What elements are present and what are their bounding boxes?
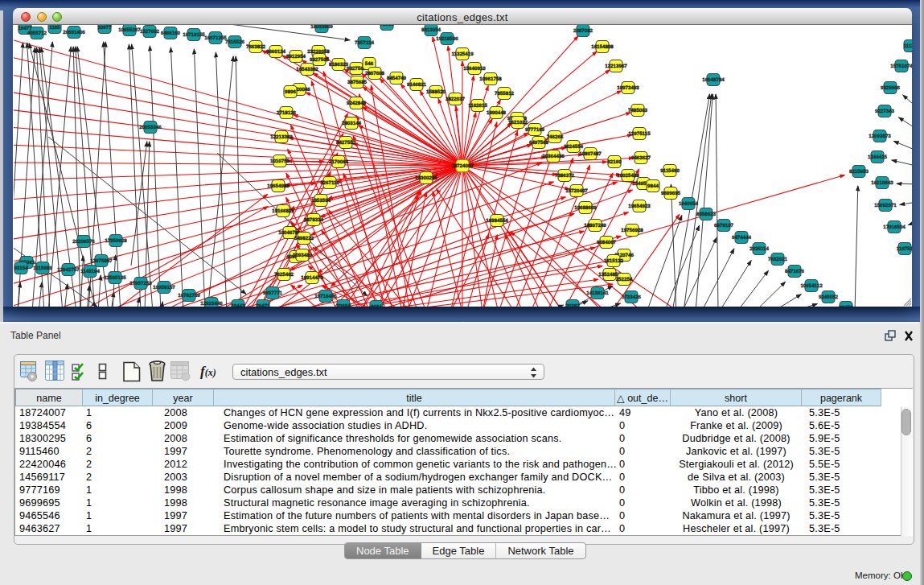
svg-text:16543362: 16543362 bbox=[296, 67, 318, 72]
svg-text:15692971: 15692971 bbox=[874, 203, 897, 208]
svg-text:3624554: 3624554 bbox=[564, 144, 584, 150]
svg-text:13975887: 13975887 bbox=[90, 258, 113, 264]
svg-text:1733426: 1733426 bbox=[622, 295, 642, 300]
svg-text:18724007: 18724007 bbox=[451, 163, 474, 169]
svg-text:6879197: 6879197 bbox=[714, 223, 734, 229]
svg-text:9474444: 9474444 bbox=[732, 235, 752, 241]
svg-text:1093489: 1093489 bbox=[293, 253, 313, 258]
svg-text:8878334: 8878334 bbox=[304, 217, 324, 223]
svg-text:1990448: 1990448 bbox=[487, 110, 507, 116]
svg-text:11325419: 11325419 bbox=[451, 51, 474, 57]
svg-text:10961758: 10961758 bbox=[479, 76, 502, 82]
svg-text:8912954: 8912954 bbox=[286, 54, 306, 60]
svg-text:9896: 9896 bbox=[285, 89, 296, 95]
svg-text:8186323: 8186323 bbox=[329, 62, 349, 68]
svg-text:16914479: 16914479 bbox=[301, 275, 323, 281]
svg-text:10807487: 10807487 bbox=[579, 151, 602, 157]
svg-text:10654112: 10654112 bbox=[800, 283, 823, 289]
svg-text:1115689: 1115689 bbox=[33, 266, 52, 271]
svg-text:20053346: 20053346 bbox=[139, 125, 162, 130]
svg-text:7955812: 7955812 bbox=[495, 91, 515, 97]
svg-text:7632621: 7632621 bbox=[768, 257, 788, 262]
svg-text:3822037: 3822037 bbox=[446, 97, 466, 102]
svg-text:12213369: 12213369 bbox=[270, 134, 293, 140]
svg-text:9327503: 9327503 bbox=[310, 57, 330, 63]
svg-text:2867608: 2867608 bbox=[365, 71, 385, 76]
svg-text:11124: 11124 bbox=[904, 43, 912, 49]
svg-text:12923446: 12923446 bbox=[200, 301, 223, 307]
svg-text:9146821: 9146821 bbox=[407, 82, 427, 88]
svg-text:1165: 1165 bbox=[49, 25, 60, 31]
svg-text:9657771: 9657771 bbox=[263, 290, 283, 296]
svg-text:3875685: 3875685 bbox=[347, 80, 368, 85]
svg-text:12505135: 12505135 bbox=[104, 275, 126, 281]
svg-text:18300295: 18300295 bbox=[415, 175, 437, 181]
svg-text:10958107: 10958107 bbox=[153, 285, 175, 290]
svg-text:2170064: 2170064 bbox=[329, 159, 349, 165]
svg-text:14136141: 14136141 bbox=[586, 290, 609, 296]
svg-text:17957253: 17957253 bbox=[129, 281, 152, 286]
svg-text:9084067: 9084067 bbox=[597, 240, 617, 245]
svg-text:2718126: 2718126 bbox=[277, 110, 297, 116]
svg-text:12213967: 12213967 bbox=[605, 64, 627, 69]
svg-text:26471: 26471 bbox=[256, 303, 270, 307]
svg-text:19756928: 19756928 bbox=[621, 228, 643, 233]
svg-text:9245052: 9245052 bbox=[819, 295, 839, 300]
svg-text:16154808: 16154808 bbox=[591, 44, 614, 50]
svg-text:16671355: 16671355 bbox=[204, 35, 227, 41]
svg-text:3267110: 3267110 bbox=[320, 180, 339, 186]
svg-text:12975115: 12975115 bbox=[628, 131, 651, 137]
svg-text:15640910: 15640910 bbox=[463, 66, 486, 72]
svg-text:9242848: 9242848 bbox=[347, 101, 367, 106]
svg-text:18807249: 18807249 bbox=[584, 223, 606, 229]
svg-text:19218596: 19218596 bbox=[436, 36, 458, 42]
svg-text:73516: 73516 bbox=[380, 25, 394, 27]
svg-text:92450: 92450 bbox=[839, 305, 853, 307]
svg-text:16210643: 16210643 bbox=[871, 180, 893, 186]
svg-text:1615132: 1615132 bbox=[604, 258, 624, 264]
svg-text:1640954: 1640954 bbox=[679, 201, 699, 207]
svg-text:20206576: 20206576 bbox=[72, 239, 95, 245]
svg-text:5498222: 5498222 bbox=[294, 236, 314, 241]
svg-text:8215953: 8215953 bbox=[849, 169, 869, 175]
svg-text:9115460: 9115460 bbox=[660, 168, 680, 174]
svg-text:19654985: 19654985 bbox=[267, 183, 290, 189]
svg-text:1143194: 1143194 bbox=[80, 269, 100, 274]
svg-text:10688609: 10688609 bbox=[574, 205, 597, 211]
svg-text:15720407: 15720407 bbox=[565, 188, 588, 194]
svg-text:746266: 746266 bbox=[547, 134, 564, 140]
svg-text:20684: 20684 bbox=[336, 303, 351, 307]
svg-text:20364436: 20364436 bbox=[542, 154, 565, 159]
svg-text:9699695: 9699695 bbox=[661, 191, 681, 196]
svg-text:1010755: 1010755 bbox=[270, 159, 290, 164]
svg-text:93154: 93154 bbox=[14, 266, 28, 271]
svg-text:2935114: 2935114 bbox=[749, 246, 769, 252]
svg-text:7515526: 7515526 bbox=[225, 39, 245, 45]
svg-text:8813054: 8813054 bbox=[421, 27, 441, 33]
svg-text:1353594: 1353594 bbox=[311, 198, 331, 204]
svg-text:4055712: 4055712 bbox=[27, 31, 47, 36]
svg-text:8427552: 8427552 bbox=[336, 140, 356, 146]
svg-text:10443: 10443 bbox=[231, 303, 245, 307]
svg-text:17359928: 17359928 bbox=[105, 238, 127, 244]
svg-text:20382: 20382 bbox=[565, 303, 580, 307]
svg-text:15716485: 15716485 bbox=[314, 294, 337, 299]
svg-text:9227343: 9227343 bbox=[875, 109, 895, 114]
svg-text:7663822: 7663822 bbox=[246, 44, 266, 50]
svg-text:7625402: 7625402 bbox=[274, 272, 294, 278]
svg-text:252254: 252254 bbox=[616, 277, 633, 282]
svg-text:19384554: 19384554 bbox=[486, 218, 508, 224]
svg-text:19166829: 19166829 bbox=[272, 208, 294, 214]
svg-text:12942757: 12942757 bbox=[57, 267, 80, 273]
svg-text:9777169: 9777169 bbox=[525, 127, 545, 133]
svg-text:1621022: 1621022 bbox=[508, 120, 528, 126]
svg-text:62160: 62160 bbox=[607, 159, 622, 165]
svg-text:10655267: 10655267 bbox=[118, 27, 141, 33]
svg-text:2803144: 2803144 bbox=[342, 121, 362, 126]
svg-text:6466160: 6466160 bbox=[161, 31, 181, 36]
svg-text:8454749: 8454749 bbox=[387, 76, 407, 81]
svg-text:1162615: 1162615 bbox=[468, 103, 487, 109]
svg-text:10025438: 10025438 bbox=[617, 173, 639, 179]
svg-text:16782759: 16782759 bbox=[178, 293, 200, 299]
svg-text:8958923: 8958923 bbox=[696, 212, 717, 217]
